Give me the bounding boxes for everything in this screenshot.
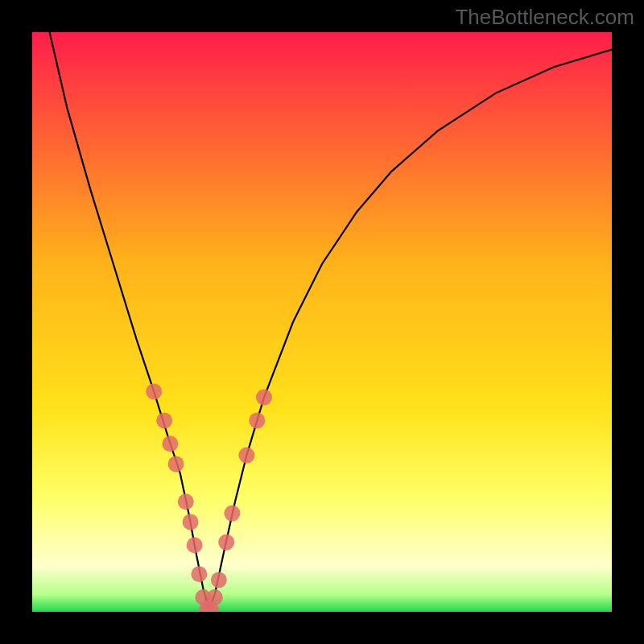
gradient-background: [32, 32, 612, 612]
marker-point: [238, 448, 254, 464]
marker-point: [249, 412, 265, 428]
marker-point: [224, 506, 240, 522]
marker-point: [162, 436, 178, 452]
marker-point: [256, 390, 272, 406]
watermark-text: TheBottleneck.com: [455, 5, 634, 30]
marker-point: [187, 537, 203, 553]
chart-svg: [32, 32, 612, 612]
marker-point: [218, 535, 234, 551]
marker-point: [211, 572, 227, 588]
marker-point: [146, 383, 162, 399]
marker-point: [168, 456, 184, 472]
plot-area: [32, 32, 612, 612]
marker-point: [178, 493, 194, 510]
marker-point: [183, 514, 199, 530]
marker-point: [207, 589, 223, 605]
marker-point: [156, 412, 172, 428]
marker-point: [191, 566, 207, 582]
chart-container: TheBottleneck.com: [0, 0, 644, 644]
